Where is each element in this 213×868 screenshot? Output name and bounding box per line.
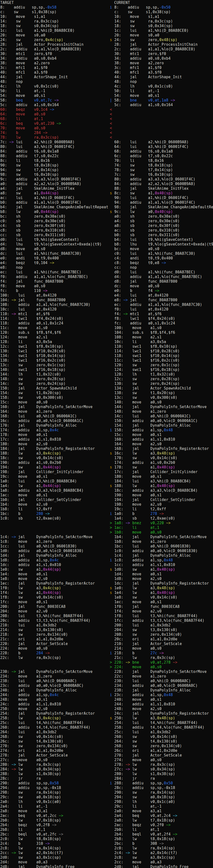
asm-line: d4: lhu t9,%lo(gSaveContext+0xeda)(t9)	[0, 242, 110, 247]
asm-line: 14: sw ra,0x3c(sp)	[110, 19, 213, 24]
asm-line: 254: jal DynaPolyInfo_RegisterActor	[0, 711, 110, 716]
asm-line: 128: lh t1,0x32(s0)	[110, 372, 213, 377]
asm-line: 184: lui a3,%hi(D_80A88CB4)	[110, 479, 213, 484]
asm-line: 240: jal DynaPolyInfo_Alloc	[0, 688, 110, 693]
asm-line: 88: addiu t7,s0,0x22c	[0, 154, 110, 158]
asm-line: 248: move a0,s1	[0, 698, 110, 702]
asm-line: 1bc: b 280 ~>	[0, 512, 110, 516]
asm-line: 2c0: lw t8,0x18(sp)	[0, 837, 110, 841]
asm-line: 28: jal Actor_ProcessInitChain	[0, 42, 110, 47]
asm-line: 28c: jr ra	[0, 776, 110, 781]
asm-line: <	[110, 112, 213, 117]
asm-line: 238: lui a0,%hi(D_0600BA8C)	[0, 679, 110, 683]
asm-line: 24: sw zero,0x4c(sp)	[0, 38, 110, 42]
asm-line: 194: sw a1,0x44(sp)	[0, 465, 110, 470]
asm-line: 298: lh v0,0x1c(a0)	[110, 800, 213, 804]
asm-line: 1b8: li t2,0xff	[0, 507, 110, 512]
asm-line: 1ec: move a0,s1	[110, 600, 213, 604]
asm-line: 110: swc1 $f8,0x10(sp)	[110, 344, 213, 349]
asm-line: 200: lui a1,0x3db2	[110, 623, 213, 628]
asm-line: 108: move a2,s1	[110, 335, 213, 340]
asm-line: 204: sw t3,0x130(s0)	[110, 628, 213, 632]
asm-line: f0: addiu a1,a1,%lo(func_80A87BEC)	[0, 275, 110, 279]
asm-line: 19c: li t2,0xff	[110, 507, 213, 512]
asm-line: 254: lui t4,%hi(func_80A87F44)	[110, 720, 213, 725]
asm-line: dc: move a0,s0	[110, 284, 213, 288]
asm-line: 1fc: addiu t3,t3,%lo(func_80A87F44)	[110, 618, 213, 623]
asm-line: 2bc: b 308 ~>	[110, 841, 213, 846]
asm-line: e8: ~> jal func_80A87800	[110, 298, 213, 303]
asm-line: s 9c: lw a0,0x40(sp)	[110, 210, 213, 214]
asm-line: 284: jr ra	[110, 776, 213, 781]
asm-line: 128: li a3,0x5a	[0, 340, 110, 344]
asm-line: bc: sh zero,0x30a(s0)	[0, 214, 110, 219]
asm-line: 198: jal Collider_InitCylinder	[0, 470, 110, 474]
asm-line: 2c0: lw ra,0x14(sp)	[110, 846, 213, 850]
asm-line: ac: sb zero,0x310(s0)	[110, 228, 213, 233]
asm-line: d0: lui a1,%hi(func_80A87BEC)	[110, 270, 213, 275]
asm-line: 1dc: addiu a1,s1,0x810	[0, 563, 110, 567]
asm-line: 15c: move a0,s1	[110, 433, 213, 437]
asm-line	[0, 660, 110, 665]
asm-line: 180: move a0,s1	[110, 474, 213, 479]
asm-line: 20c: addiu t3,t3,%lo(func_80A87F44)	[0, 618, 110, 623]
asm-line: s 178: sw a1,0x40(sp)	[110, 465, 213, 470]
asm-line: 150: addiu a0,a0,%lo(D_06000A1C)	[110, 418, 213, 423]
asm-line: 20: move s0,a0	[110, 33, 213, 38]
asm-line: 208: lui t3,%hi(func_80A87F44)	[0, 614, 110, 618]
asm-line: b4: lui t9,%hi(gSaveContext)	[110, 238, 213, 242]
asm-line: 1cc: addiu a1,s1,0x810	[110, 563, 213, 567]
asm-line: 25c: lui t4,%hi(func_80A87F44)	[0, 720, 110, 725]
asm-line: 144: jal DynaPolyInfo_SetActorMove	[110, 405, 213, 409]
asm-line: dc: lui a1,%hi(func_80A87C30)	[0, 251, 110, 256]
asm-line: f8: lwc1 $f4,0x24(s0)	[110, 316, 213, 321]
asm-line: 38: move a2,zero	[110, 61, 213, 65]
asm-line: 4c: lh v0,0x1c(s0)	[110, 84, 213, 89]
asm-line: s 16c: lw a3,0x48(sp)	[110, 451, 213, 456]
asm-line: 3c: mfc1 a1,$f0	[110, 65, 213, 70]
asm-line: 114: lwc1 $f10,0x28(s0)	[110, 349, 213, 353]
asm-line: 278: ~> lw ra,0x3c(sp)	[110, 763, 213, 767]
asm-line: 100: move a1,s0	[110, 326, 213, 330]
asm-line: 160: jal DynaPolyInfo_SetActorMove	[0, 405, 110, 409]
asm-line: 17c: addiu a1,s1,0x810	[0, 437, 110, 442]
asm-line	[0, 525, 110, 530]
asm-line: 208: sw zero,0x134(s0)	[110, 632, 213, 637]
asm-line: > 1ac: li at,1	[110, 525, 213, 530]
asm-line: 14c: sw zero,0x24(sp)	[0, 381, 110, 386]
asm-line: 1c8: move a1,zero	[0, 539, 110, 544]
asm-line: 138: sw t1,0x20(sp)	[110, 391, 213, 395]
asm-line: i 218: b 27c ~>	[110, 651, 213, 655]
asm-line: 11c: move a1,s0	[0, 326, 110, 330]
asm-line: 264: sw t4,0x130(s0)	[110, 739, 213, 744]
asm-line: 224: move a0,s0	[0, 646, 110, 651]
asm-line: 280: lw s1,0x38(sp)	[110, 772, 213, 776]
asm-line: 1dc: jal DynaPolyInfo_RegisterActor	[110, 581, 213, 586]
asm-line: 70: li t8,0x16	[110, 158, 213, 163]
asm-line: f8: move a0,s0	[0, 284, 110, 288]
asm-line: 5c: addiu a1,s0,0x164	[0, 103, 110, 107]
asm-line: 2a8: lw t7,0x18(sp)	[110, 818, 213, 823]
asm-line: 180: move a2,s0	[0, 442, 110, 446]
asm-line: 144: lh t1,0x32(s0)	[0, 372, 110, 377]
asm-line: 48: nop	[0, 80, 110, 84]
asm-line: 154: sw t1,0x20(sp)	[0, 391, 110, 395]
asm-line: 134: jal Actor_SpawnAsChild	[110, 386, 213, 391]
asm-line: 158: sw v0,0x300(s0)	[0, 395, 110, 400]
asm-line: 20c: ori a1,a1,0x2d0e	[110, 637, 213, 642]
current-column-header: CURRENT	[114, 0, 130, 5]
asm-line: c0: sb zero,0x30e(s0)	[0, 219, 110, 223]
asm-line: 174: addiu a1,s0,0x2b0	[110, 460, 213, 465]
asm-line: i 1a0: b 278 ~>	[110, 512, 213, 516]
asm-line: 1b8: move a1,zero	[110, 539, 213, 544]
asm-line: fc: addiu a0,s1,0x1c24	[110, 321, 213, 326]
asm-line: d0: lui t9,%hi(gSaveContext)	[0, 238, 110, 242]
asm-diff-terminal: { "app": { "target_label": "TARGET", "cu…	[0, 0, 213, 868]
asm-line: 274: move a0,s0	[110, 758, 213, 763]
asm-line: 244: addiu a1,s1,0x810	[110, 702, 213, 707]
asm-line: 130: lwc1 $f10,0x28(s0)	[0, 349, 110, 353]
asm-line: 298: sw ra,0x14(sp)	[0, 790, 110, 795]
asm-line: b8: lw a0,0x44(sp)	[0, 210, 110, 214]
asm-line: i 23c: addiu a1,sp,0x48	[110, 693, 213, 698]
asm-line: 104: sub.s $f8,$f4,$f6	[110, 330, 213, 335]
